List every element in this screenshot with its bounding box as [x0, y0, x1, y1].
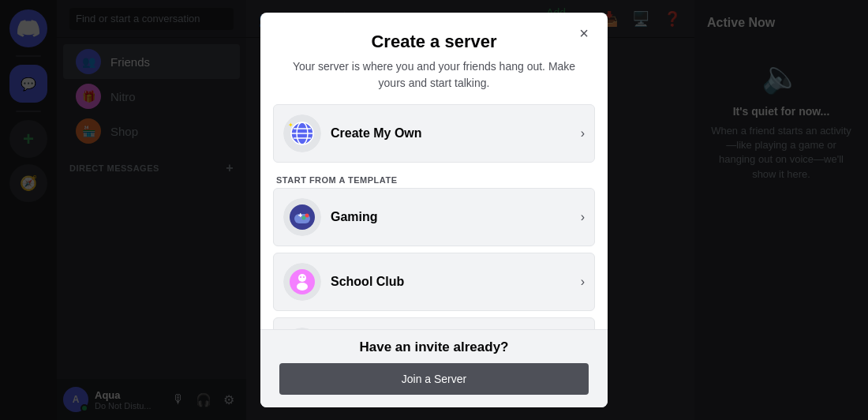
gaming-icon [283, 198, 321, 236]
have-invite-title: Have an invite already? [279, 339, 589, 355]
svg-rect-14 [298, 215, 302, 216]
modal-body: ✦ Create My Own › START FROM A TEMPLATE [260, 104, 608, 329]
modal-subtitle: Your server is where you and your friend… [279, 58, 589, 92]
create-own-icon: ✦ [283, 114, 321, 152]
svg-point-19 [300, 276, 301, 278]
modal-title: Create a server [279, 32, 589, 52]
svg-point-20 [303, 276, 305, 278]
svg-point-12 [302, 216, 306, 220]
school-club-label: School Club [331, 275, 571, 289]
svg-point-18 [297, 283, 308, 291]
template-study-group[interactable]: Study Group › [273, 317, 595, 329]
template-school-club[interactable]: School Club › [273, 253, 595, 311]
modal-header: Create a server Your server is where you… [260, 13, 608, 104]
create-own-label: Create My Own [331, 126, 571, 141]
svg-point-17 [298, 274, 306, 282]
gaming-label: Gaming [331, 210, 571, 224]
modal-overlay: × Create a server Your server is where y… [0, 0, 868, 420]
join-server-button[interactable]: Join a Server [279, 363, 589, 395]
svg-text:✦: ✦ [288, 122, 294, 129]
gaming-chevron: › [581, 210, 585, 224]
create-server-modal: × Create a server Your server is where y… [260, 13, 608, 407]
modal-footer: Have an invite already? Join a Server [260, 329, 608, 407]
create-own-chevron: › [581, 126, 585, 141]
modal-close-button[interactable]: × [573, 22, 595, 44]
create-own-option[interactable]: ✦ Create My Own › [273, 104, 595, 163]
svg-point-11 [305, 214, 309, 218]
school-club-icon [283, 263, 321, 301]
school-club-chevron: › [581, 275, 585, 289]
template-section-label: START FROM A TEMPLATE [273, 169, 595, 188]
template-gaming[interactable]: Gaming › [273, 188, 595, 246]
